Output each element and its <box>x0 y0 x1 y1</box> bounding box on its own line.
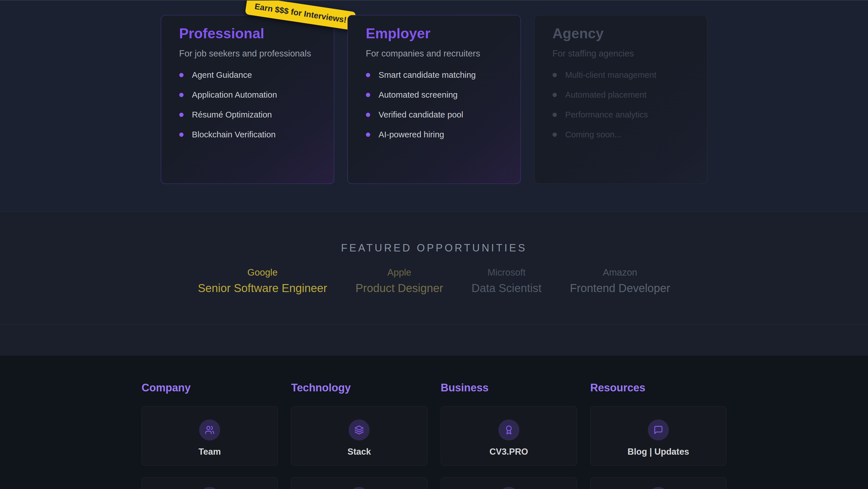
plan-feature-list: Multi-client management Automated placem… <box>553 70 689 139</box>
plan-feature-label: Smart candidate matching <box>379 70 476 80</box>
featured-section: FEATURED OPPORTUNITIES Google Senior Sof… <box>0 211 868 324</box>
footer-column-resources: Resources Blog | Updates <box>590 381 726 489</box>
footer-heading: Company <box>142 381 278 394</box>
bullet-dot-icon <box>366 133 370 137</box>
bullet-dot-icon <box>553 113 557 117</box>
footer-card-partial[interactable] <box>441 477 577 489</box>
footer-card-stack[interactable]: Stack <box>291 406 427 466</box>
bullet-dot-icon <box>366 93 370 97</box>
footer-card-cv3pro[interactable]: CV3.PRO <box>441 406 577 466</box>
hidden-icon <box>498 487 519 489</box>
bullet-dot-icon <box>553 93 557 97</box>
job-company: Microsoft <box>488 267 526 278</box>
plan-feature-label: Verified candidate pool <box>379 110 464 119</box>
plan-feature: Automated screening <box>366 90 502 99</box>
plan-feature: Automated placement <box>553 90 689 99</box>
plan-feature: AI-powered hiring <box>366 130 502 139</box>
plan-feature: Agent Guidance <box>179 70 316 80</box>
bullet-dot-icon <box>179 133 184 137</box>
footer-heading: Resources <box>590 381 726 394</box>
job-role: Data Scientist <box>471 282 541 295</box>
plan-card-agency: Agency For staffing agencies Multi-clien… <box>534 15 708 184</box>
job-role: Frontend Developer <box>570 282 670 295</box>
plan-feature-label: Application Automation <box>192 90 277 99</box>
footer-heading: Business <box>441 381 577 394</box>
plan-feature-label: Automated placement <box>565 90 647 99</box>
section-spacer <box>0 324 868 355</box>
footer-card-label: CV3.PRO <box>490 447 528 457</box>
users-icon <box>199 420 220 440</box>
bullet-dot-icon <box>179 73 184 77</box>
award-icon <box>498 420 519 440</box>
message-square-icon <box>648 420 669 440</box>
job-item-microsoft[interactable]: Microsoft Data Scientist <box>471 267 541 295</box>
plans-section: Earn $$$ for Interviews! Professional Fo… <box>0 1 868 211</box>
job-role: Senior Software Engineer <box>198 282 327 295</box>
plan-feature-label: Performance analytics <box>565 110 648 119</box>
plan-feature: Performance analytics <box>553 110 689 119</box>
job-company: Amazon <box>603 267 637 278</box>
hidden-icon <box>199 487 220 489</box>
job-company: Google <box>247 267 277 278</box>
plan-card-employer[interactable]: Employer For companies and recruiters Sm… <box>347 15 521 184</box>
footer-grid: Company Team Technology Stack <box>142 381 726 489</box>
footer: Company Team Technology Stack <box>0 355 868 489</box>
plan-feature: Blockchain Verification <box>179 130 316 139</box>
layers-icon <box>349 420 370 440</box>
footer-card-team[interactable]: Team <box>142 406 278 466</box>
plan-subtitle: For companies and recruiters <box>366 49 502 59</box>
plan-subtitle: For staffing agencies <box>553 49 689 59</box>
page: Earn $$$ for Interviews! Professional Fo… <box>0 0 868 489</box>
job-company: Apple <box>388 267 411 278</box>
featured-jobs-row: Google Senior Software Engineer Apple Pr… <box>0 267 868 295</box>
footer-card-partial[interactable] <box>590 477 726 489</box>
plan-subtitle: For job seekers and professionals <box>179 49 316 59</box>
plan-feature-label: Coming soon... <box>565 130 621 139</box>
job-item-google[interactable]: Google Senior Software Engineer <box>198 267 327 295</box>
footer-card-label: Team <box>198 447 221 457</box>
plan-feature-list: Smart candidate matching Automated scree… <box>366 70 502 139</box>
plan-feature: Coming soon... <box>553 130 689 139</box>
plan-feature-label: AI-powered hiring <box>379 130 444 139</box>
bullet-dot-icon <box>179 93 184 97</box>
job-item-apple[interactable]: Apple Product Designer <box>355 267 443 295</box>
plan-title: Agency <box>553 26 689 42</box>
job-item-amazon[interactable]: Amazon Frontend Developer <box>570 267 670 295</box>
footer-card-label: Stack <box>347 447 371 457</box>
footer-column-technology: Technology Stack <box>291 381 427 489</box>
plan-feature: Multi-client management <box>553 70 689 80</box>
footer-column-business: Business CV3.PRO <box>441 381 577 489</box>
plan-feature-label: Blockchain Verification <box>192 130 276 139</box>
footer-card-partial[interactable] <box>291 477 427 489</box>
plan-feature: Smart candidate matching <box>366 70 502 80</box>
plan-feature-label: Automated screening <box>379 90 458 99</box>
bullet-dot-icon <box>553 73 557 77</box>
hidden-icon <box>648 487 669 489</box>
plan-feature: Verified candidate pool <box>366 110 502 119</box>
footer-card-partial[interactable] <box>142 477 278 489</box>
footer-heading: Technology <box>291 381 427 394</box>
bullet-dot-icon <box>553 133 557 137</box>
plan-feature-label: Multi-client management <box>565 70 656 80</box>
plan-card-professional[interactable]: Earn $$$ for Interviews! Professional Fo… <box>161 15 334 184</box>
plan-feature-list: Agent Guidance Application Automation Ré… <box>179 70 316 139</box>
bullet-dot-icon <box>366 113 370 117</box>
footer-column-company: Company Team <box>142 381 278 489</box>
plan-title: Employer <box>366 26 502 42</box>
plan-feature: Application Automation <box>179 90 316 99</box>
featured-title: FEATURED OPPORTUNITIES <box>0 242 868 254</box>
plan-feature-label: Résumé Optimization <box>192 110 272 119</box>
plan-title: Professional <box>179 26 316 42</box>
hidden-icon <box>349 487 370 489</box>
footer-card-blog[interactable]: Blog | Updates <box>590 406 726 466</box>
plan-feature: Résumé Optimization <box>179 110 316 119</box>
plan-feature-label: Agent Guidance <box>192 70 252 80</box>
job-role: Product Designer <box>355 282 443 295</box>
bullet-dot-icon <box>179 113 184 117</box>
footer-card-label: Blog | Updates <box>627 447 689 457</box>
bullet-dot-icon <box>366 73 370 77</box>
